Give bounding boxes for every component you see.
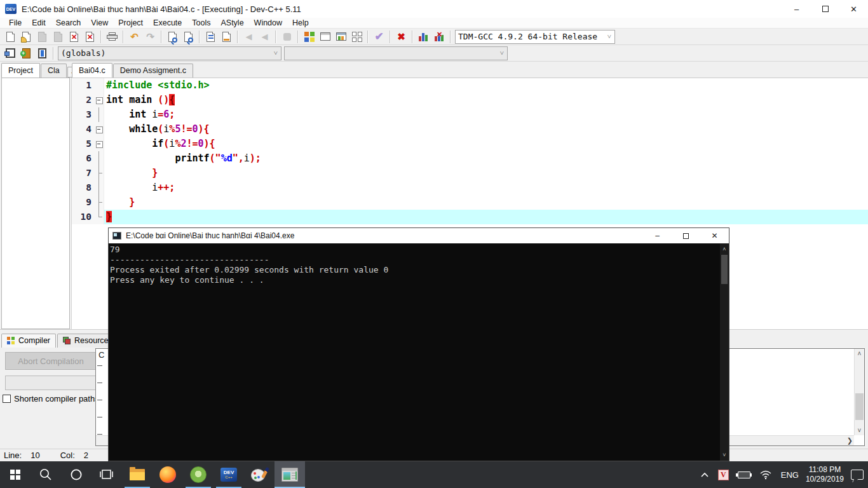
editor-tab-bai04[interactable]: Bai04.c <box>72 63 112 78</box>
shorten-paths-checkbox[interactable] <box>3 395 11 403</box>
console-scrollbar[interactable]: ˄ ˅ <box>720 243 729 461</box>
menu-item-execute[interactable]: Execute <box>148 18 187 27</box>
console-scroll-up-icon[interactable]: ˄ <box>720 245 729 254</box>
code-line-8[interactable]: 8 i++; <box>72 180 868 195</box>
undo-button[interactable]: ↶ <box>126 29 142 44</box>
console-maximize-button[interactable] <box>672 228 700 243</box>
minimize-button[interactable]: – <box>782 0 811 18</box>
open-file-button[interactable] <box>18 29 34 44</box>
menu-item-help[interactable]: Help <box>287 18 314 27</box>
console-scroll-thumb[interactable] <box>721 255 728 284</box>
scroll-down-icon[interactable]: ˅ <box>855 426 864 435</box>
compiler-select[interactable]: TDM-GCC 4.9.2 64-bit Release ˅ <box>455 30 615 44</box>
find-in-files-button[interactable] <box>180 29 196 44</box>
back-button[interactable]: ◀ <box>241 29 257 44</box>
stop-execution-button[interactable]: ✖ <box>393 29 409 44</box>
toggle-bookmark-button[interactable]: + <box>18 46 34 60</box>
taskbar-file-explorer[interactable] <box>122 461 153 488</box>
compile-button[interactable] <box>301 29 317 44</box>
rebuild-all-button[interactable] <box>349 29 365 44</box>
code-line-5[interactable]: 5 if(i%2!=0){ <box>72 137 868 151</box>
insert-button[interactable] <box>3 46 18 60</box>
code-line-7[interactable]: 7 } <box>72 166 868 180</box>
tray-chevron-button[interactable] <box>696 461 714 488</box>
forward-button[interactable]: ◀ <box>257 29 273 44</box>
fold-collapse-icon[interactable] <box>93 137 104 151</box>
save-button[interactable] <box>34 29 50 44</box>
clock-date: 10/29/2019 <box>806 475 844 484</box>
menu-item-project[interactable]: Project <box>113 18 148 27</box>
menu-item-edit[interactable]: Edit <box>27 18 51 27</box>
print-button[interactable] <box>104 29 120 44</box>
task-view-button[interactable] <box>92 461 122 488</box>
redo-button[interactable]: ↷ <box>142 29 158 44</box>
taskbar-coccoc[interactable] <box>183 461 214 488</box>
start-button[interactable] <box>0 461 31 488</box>
goto-bookmark-button[interactable] <box>34 46 50 60</box>
tab-classes[interactable]: Cla <box>41 64 67 78</box>
menu-item-file[interactable]: File <box>4 18 27 27</box>
new-file-button[interactable] <box>3 29 18 44</box>
tab-compiler[interactable]: Compiler <box>1 334 56 348</box>
menu-item-search[interactable]: Search <box>51 18 86 27</box>
menu-item-astyle[interactable]: AStyle <box>215 18 248 27</box>
code-line-4[interactable]: 4 while(i%5!=0){ <box>72 122 868 137</box>
tray-clock-button[interactable]: 11:08 PM 10/29/2019 <box>803 461 846 488</box>
maximize-button[interactable] <box>811 0 839 18</box>
taskbar-devcpp[interactable]: DEVC++ <box>214 461 244 488</box>
cortana-button[interactable] <box>61 461 92 488</box>
fold-collapse-icon[interactable] <box>93 122 104 137</box>
tray-language-button[interactable]: ENG <box>776 461 803 488</box>
code-line-1[interactable]: 1#include <stdio.h> <box>72 78 868 93</box>
close-all-button[interactable]: ✕ <box>82 29 98 44</box>
code-line-9[interactable]: 9 } <box>72 195 868 210</box>
back-icon: ◀ <box>246 32 252 41</box>
profile-chart-icon <box>419 32 428 41</box>
tray-unikey-button[interactable]: V <box>714 461 733 488</box>
run-button[interactable] <box>317 29 333 44</box>
abort-compilation-button[interactable]: Abort Compilation <box>5 352 97 370</box>
code-line-6[interactable]: 6 printf("%d",i); <box>72 151 868 166</box>
taskbar-console-app[interactable] <box>275 461 305 488</box>
line-number: 4 <box>72 122 93 137</box>
scroll-up-icon[interactable]: ˄ <box>855 349 864 358</box>
close-file-button[interactable]: ✕ <box>66 29 82 44</box>
console-minimize-button[interactable]: – <box>643 228 672 243</box>
replace-button[interactable] <box>203 29 219 44</box>
console-close-button[interactable]: ✕ <box>700 228 729 243</box>
project-panel-body[interactable] <box>1 78 70 329</box>
save-all-button[interactable] <box>50 29 66 44</box>
scroll-thumb[interactable] <box>855 393 864 420</box>
editor-tab-demo-assigment[interactable]: Demo Assigment.c <box>113 64 193 78</box>
menu-item-window[interactable]: Window <box>249 18 287 27</box>
console-titlebar[interactable]: E:\Code bαi Online\Bai thuc hanh\Bαi 4\B… <box>109 228 729 243</box>
code-line-3[interactable]: 3 int i=6; <box>72 107 868 122</box>
members-select[interactable]: ˅ <box>284 46 508 60</box>
taskbar-firefox[interactable] <box>153 461 183 488</box>
tray-action-center-button[interactable] <box>846 461 868 488</box>
find-button[interactable] <box>165 29 180 44</box>
close-button[interactable]: ✕ <box>839 0 868 18</box>
globals-select[interactable]: (globals) ˅ <box>58 46 281 60</box>
tray-wifi-button[interactable] <box>755 461 776 488</box>
tab-project[interactable]: Project <box>1 63 40 78</box>
fold-collapse-icon[interactable] <box>93 93 104 107</box>
goto-line-button[interactable] <box>219 29 234 44</box>
compile-run-button[interactable] <box>333 29 349 44</box>
console-scroll-down-icon[interactable]: ˅ <box>720 451 729 459</box>
delete-profiling-button[interactable]: ✕ <box>431 29 447 44</box>
debug-button[interactable]: ✔ <box>371 29 387 44</box>
code-text: } <box>104 166 868 180</box>
menu-item-view[interactable]: View <box>86 18 113 27</box>
tray-battery-button[interactable] <box>733 461 755 488</box>
search-button[interactable] <box>31 461 61 488</box>
menu-item-tools[interactable]: Tools <box>187 18 215 27</box>
scroll-right-icon[interactable]: ❯ <box>847 436 853 445</box>
taskbar-paint[interactable] <box>244 461 275 488</box>
code-line-2[interactable]: 2int main (){ <box>72 93 868 107</box>
profile-button[interactable] <box>416 29 431 44</box>
code-line-10[interactable]: 10} <box>72 210 868 224</box>
output-vertical-scrollbar[interactable]: ˄ ˅ <box>854 349 864 435</box>
console-output[interactable]: 79--------------------------------Proces… <box>109 243 720 461</box>
goto-definition-button[interactable] <box>279 29 295 44</box>
